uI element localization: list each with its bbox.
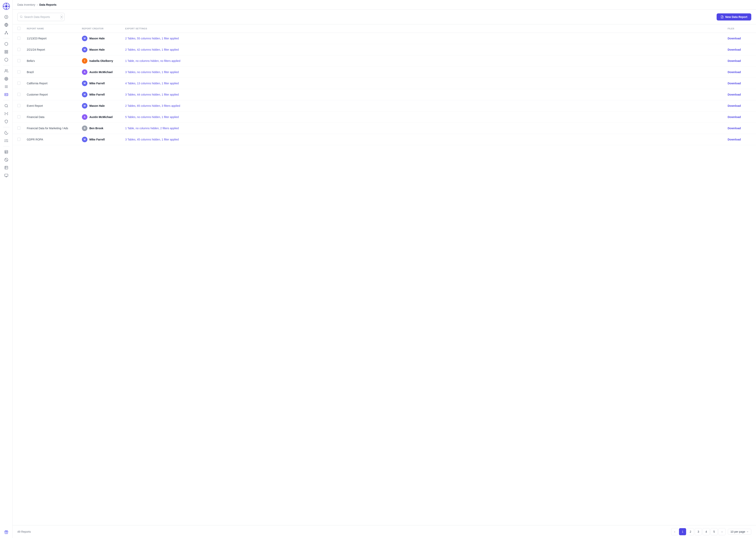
breadcrumb-parent[interactable]: Data Inventory [17,3,35,6]
creator-avatar: M [82,81,87,86]
page-next-button[interactable]: › [718,528,726,535]
search-add-button[interactable] [60,15,63,19]
select-all-checkbox[interactable] [17,27,21,30]
svg-line-51 [5,159,8,161]
row-checkbox-2[interactable] [17,59,21,62]
row-checkbox-cell [13,100,24,112]
svg-point-15 [6,31,7,32]
nav-sliders-icon[interactable] [3,137,10,144]
per-page-value: 10 per page [731,530,745,533]
nav-gauge-icon[interactable] [3,129,10,136]
report-name-cell: Financial Data [24,112,79,123]
svg-point-28 [6,79,7,79]
nav-monitor-icon[interactable] [3,172,10,179]
svg-point-1 [5,5,8,8]
files-cell: Download [725,134,756,145]
creator-name: Austin McMichael [89,115,113,119]
svg-point-17 [7,33,8,34]
download-link[interactable]: Download [728,138,741,141]
files-cell: Download [725,112,756,123]
col-checkbox [13,25,24,33]
page-4-button[interactable]: 4 [703,528,710,535]
per-page-select[interactable]: 10 per page [728,529,751,535]
new-report-button[interactable]: New Data Report [717,13,751,21]
row-checkbox-3[interactable] [17,70,21,74]
report-name: 11/13/23 Report [27,37,46,40]
reports-table: REPORT NAME REPORT CREATOR EXPORT SETTIN… [13,25,756,145]
reports-table-container: REPORT NAME REPORT CREATOR EXPORT SETTIN… [13,25,756,525]
page-1-button[interactable]: 1 [679,528,686,535]
search-box[interactable] [17,13,65,21]
logo[interactable] [2,2,10,10]
nav-id-icon[interactable] [3,91,10,98]
row-checkbox-6[interactable] [17,104,21,107]
table-row: GDPR ROPA M Mike Farrell 3 Tables, 45 co… [13,134,756,145]
nav-people-icon[interactable] [3,67,10,75]
files-cell: Download [725,100,756,112]
page-prev-button[interactable]: ‹ [671,528,678,535]
svg-point-9 [8,8,9,9]
export-settings-cell: 4 Tables, 13 columns hidden, 1 filter ap… [122,78,725,89]
creator-name: Isabella Okelberry [89,59,113,63]
row-checkbox-0[interactable] [17,37,21,40]
report-name-cell: Brazil [24,67,79,78]
search-input[interactable] [24,15,59,19]
footer: 49 Reports ‹ 1 2 3 4 5 › 10 per page [13,525,756,538]
nav-globe-icon[interactable] [3,21,10,28]
nav-scan-icon[interactable] [3,110,10,117]
row-checkbox-4[interactable] [17,81,21,85]
nav-table-icon[interactable] [3,148,10,155]
page-2-button[interactable]: 2 [687,528,694,535]
nav-add-icon[interactable] [3,13,10,21]
nav-search-circle-icon[interactable] [3,102,10,109]
download-link[interactable]: Download [728,127,741,130]
report-name: Brazil [27,71,34,74]
report-name-cell: 11/13/23 Report [24,33,79,44]
download-link[interactable]: Download [728,59,741,63]
row-checkbox-cell [13,33,24,44]
page-3-button[interactable]: 3 [695,528,702,535]
nav-hierarchy-icon[interactable] [3,29,10,36]
creator-cell: A Austin McMichael [79,67,122,78]
download-link[interactable]: Download [728,71,741,74]
export-settings-cell: 3 Tables, no columns hidden, 1 filter ap… [122,67,725,78]
svg-point-16 [5,33,5,34]
row-checkbox-8[interactable] [17,127,21,130]
row-checkbox-7[interactable] [17,115,21,118]
row-checkbox-5[interactable] [17,93,21,96]
creator-cell: M Mike Farrell [79,89,122,100]
report-name: Customer Report [27,93,48,96]
nav-table2-icon[interactable] [3,164,10,171]
row-checkbox-1[interactable] [17,48,21,51]
nav-grid3d-icon[interactable] [3,48,10,55]
nav-globe2-icon[interactable] [3,56,10,63]
total-reports: 49 Reports [17,530,31,533]
table-row: Financial Data A Austin McMichael 5 Tabl… [13,112,756,123]
nav-box-icon[interactable] [3,40,10,47]
nav-stack-icon[interactable] [3,83,10,90]
creator-avatar: A [82,69,87,75]
report-name-cell: Bella's [24,55,79,67]
download-link[interactable]: Download [728,104,741,107]
page-5-button[interactable]: 5 [711,528,718,535]
nav-target-icon[interactable] [3,75,10,82]
download-link[interactable]: Download [728,48,741,51]
creator-cell: M Mason Hale [79,44,122,55]
download-link[interactable]: Download [728,82,741,85]
nav-no-entry-icon[interactable] [3,156,10,163]
download-link[interactable]: Download [728,93,741,96]
files-cell: Download [725,78,756,89]
svg-point-6 [4,4,5,5]
creator-avatar: I [82,58,87,64]
nav-shield-icon[interactable] [3,118,10,125]
creator-cell: I Isabella Okelberry [79,55,122,67]
download-link[interactable]: Download [728,115,741,119]
sidebar [0,0,13,538]
report-name-cell: Event Report [24,100,79,112]
export-settings: 2 Tables, 42 columns hidden, 1 filter ap… [125,48,179,51]
row-checkbox-9[interactable] [17,138,21,141]
nav-gift-icon[interactable] [3,528,10,536]
creator-avatar: M [82,47,87,52]
report-name: GDPR ROPA [27,138,43,141]
download-link[interactable]: Download [728,37,741,40]
